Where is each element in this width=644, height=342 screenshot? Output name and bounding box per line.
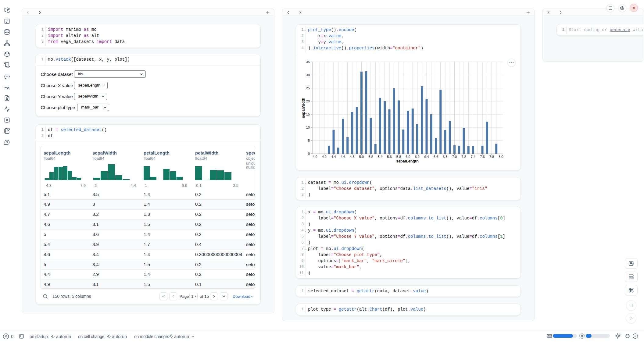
svg-text:6.6: 6.6 <box>434 155 438 159</box>
svg-text:5.2: 5.2 <box>368 155 373 159</box>
svg-text:6.0: 6.0 <box>406 155 410 159</box>
svg-text:0: 0 <box>308 152 310 155</box>
svg-text:5.4: 5.4 <box>378 155 382 159</box>
svg-text:sepalWidth: sepalWidth <box>302 98 306 118</box>
svg-text:4.8: 4.8 <box>350 155 354 159</box>
svg-text:20: 20 <box>306 99 310 103</box>
svg-text:35: 35 <box>306 60 310 64</box>
svg-text:5: 5 <box>308 139 310 142</box>
svg-text:30: 30 <box>306 73 310 77</box>
svg-text:4.6: 4.6 <box>341 155 345 159</box>
svg-text:4.0: 4.0 <box>313 155 317 159</box>
svg-text:5.0: 5.0 <box>359 155 364 159</box>
svg-text:7.4: 7.4 <box>471 155 475 159</box>
svg-text:5.6: 5.6 <box>387 155 392 159</box>
svg-text:4.2: 4.2 <box>322 155 327 159</box>
svg-text:4.4: 4.4 <box>331 155 336 159</box>
svg-text:sepalLength: sepalLength <box>396 159 419 163</box>
svg-text:5.8: 5.8 <box>396 155 401 159</box>
svg-text:7.6: 7.6 <box>480 155 485 159</box>
svg-text:15: 15 <box>306 112 310 116</box>
svg-text:25: 25 <box>306 86 310 90</box>
svg-text:8.0: 8.0 <box>499 155 503 159</box>
svg-text:6.4: 6.4 <box>424 155 429 159</box>
svg-text:7.8: 7.8 <box>489 155 494 159</box>
svg-text:7.2: 7.2 <box>461 155 466 159</box>
svg-text:6.8: 6.8 <box>443 155 447 159</box>
svg-text:6.2: 6.2 <box>415 155 420 159</box>
svg-text:7.0: 7.0 <box>452 155 457 159</box>
svg-text:10: 10 <box>306 126 310 129</box>
